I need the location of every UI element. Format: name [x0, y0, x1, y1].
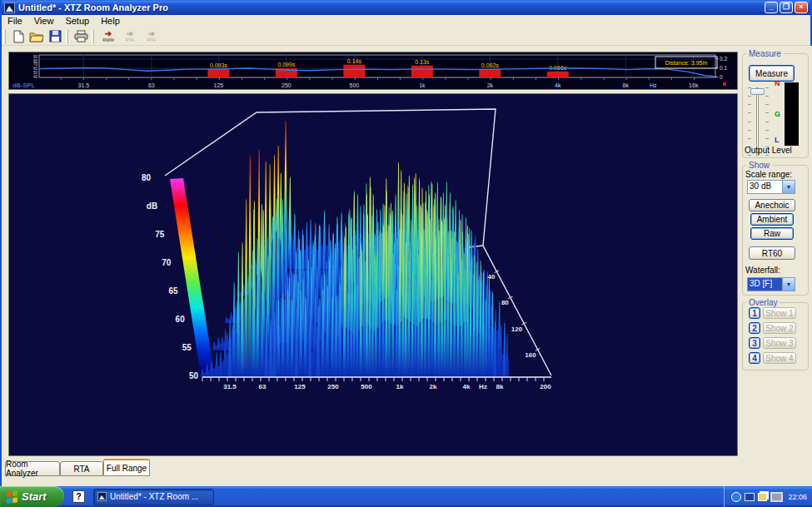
scale-range-label: Scale range: — [745, 170, 792, 179]
waterfall-plot-panel: 80dB75706560555031.5631252505001k2k4kHz8… — [8, 93, 738, 456]
waterfall-3d-chart: 80dB75706560555031.5631252505001k2k4kHz8… — [9, 94, 737, 455]
display-tray-icon[interactable] — [770, 492, 783, 502]
svg-text:1k: 1k — [419, 82, 426, 88]
toolbar-grip — [3, 29, 6, 44]
svg-text:16k: 16k — [689, 82, 699, 88]
overlay-1-button[interactable]: 1 — [749, 307, 760, 319]
measure-button[interactable]: Measure — [749, 65, 795, 82]
overlay-2-button[interactable]: 2 — [749, 322, 760, 334]
tab-rta[interactable]: RTA — [60, 461, 103, 476]
svg-text:Distance: 3.95m: Distance: 3.95m — [665, 60, 708, 66]
waterfall-value: 3D [F] — [748, 278, 782, 291]
svg-text:125: 125 — [294, 383, 306, 390]
svg-text:0.099s: 0.099s — [277, 62, 296, 67]
network-tray-icon[interactable] — [731, 492, 741, 502]
measure-rta2-button[interactable]: ➔ RTA — [141, 28, 162, 45]
svg-text:31.5: 31.5 — [78, 82, 90, 88]
new-document-button[interactable] — [9, 28, 27, 45]
svg-text:0.092s: 0.092s — [481, 62, 500, 68]
new-document-icon — [12, 30, 25, 43]
menu-help[interactable]: Help — [95, 15, 126, 27]
waterfall-label: Waterfall: — [745, 266, 780, 275]
right-control-panel: Measure Measure N G L Output Level Show … — [740, 46, 812, 486]
system-tray: 22:06 — [724, 486, 812, 507]
menu-setup[interactable]: Setup — [59, 15, 95, 27]
meter-label-l: L — [775, 136, 780, 144]
overlay-3-button[interactable]: 3 — [749, 337, 760, 349]
menu-bar: File View Setup Help — [2, 15, 810, 27]
menu-file[interactable]: File — [2, 15, 28, 27]
scale-range-value: 30 dB — [748, 181, 782, 193]
svg-text:40: 40 — [487, 273, 495, 281]
svg-text:Hz: Hz — [479, 383, 487, 390]
svg-text:4k: 4k — [555, 82, 561, 88]
print-icon — [74, 30, 88, 42]
svg-text:75: 75 — [155, 230, 165, 239]
svg-text:63: 63 — [148, 82, 155, 88]
close-button[interactable]: × — [795, 2, 808, 13]
svg-text:70: 70 — [162, 258, 172, 267]
svg-text:80: 80 — [142, 173, 152, 182]
measure-room-button[interactable]: ➔ RWM — [97, 28, 119, 45]
svg-text:250: 250 — [281, 82, 291, 88]
app-icon — [97, 492, 107, 501]
svg-text:80: 80 — [501, 299, 509, 306]
svg-text:40: 40 — [33, 75, 38, 79]
svg-text:dB: dB — [147, 201, 157, 211]
svg-text:dB-SPL: dB-SPL — [12, 82, 36, 89]
rt60-strip-panel: 0.093s0.099s0.14s0.13s0.092s0.066s908070… — [8, 52, 738, 90]
overlay-4-button[interactable]: 4 — [749, 352, 760, 364]
meter-label-n: N — [775, 79, 780, 87]
svg-text:250: 250 — [327, 383, 339, 390]
toolbar-separator — [66, 29, 68, 44]
svg-text:0.093s: 0.093s — [210, 62, 228, 68]
desktop: Untitled* - XTZ Room Analyzer Pro _ ❐ × … — [0, 0, 812, 507]
save-floppy-icon — [49, 30, 62, 42]
rt60-button[interactable]: RT60 — [749, 246, 795, 260]
waterfall-combobox[interactable]: 3D [F] ▼ — [747, 277, 795, 291]
svg-text:2k: 2k — [487, 82, 494, 88]
svg-text:2k: 2k — [430, 383, 437, 390]
svg-text:50: 50 — [189, 371, 199, 380]
svg-text:1k: 1k — [396, 383, 404, 390]
taskbar-task-button[interactable]: Untitled* - XTZ Room ... — [93, 489, 214, 505]
window-title: Untitled* - XTZ Room Analyzer Pro — [18, 2, 765, 12]
svg-text:125: 125 — [214, 82, 224, 88]
scale-range-combobox[interactable]: 30 dB ▼ — [747, 180, 795, 194]
show-4-button[interactable]: Show 4 — [763, 352, 796, 364]
svg-text:31.5: 31.5 — [223, 383, 237, 390]
svg-text:0: 0 — [720, 74, 723, 80]
tab-room-analyzer[interactable]: Room Analyzer — [5, 461, 60, 476]
show-3-button[interactable]: Show 3 — [763, 337, 796, 349]
app-window: Untitled* - XTZ Room Analyzer Pro _ ❐ × … — [0, 0, 812, 486]
save-button[interactable] — [46, 28, 64, 45]
tab-full-range[interactable]: Full Range — [103, 459, 150, 476]
help-quicklaunch-icon[interactable]: ? — [72, 490, 85, 503]
anechoic-button[interactable]: Anechoic — [749, 199, 795, 211]
menu-view[interactable]: View — [28, 15, 60, 27]
ambient-button[interactable]: Ambient — [750, 213, 794, 226]
windows-flag-icon — [7, 490, 18, 503]
chevron-down-icon[interactable]: ▼ — [782, 278, 795, 291]
show-1-button[interactable]: Show 1 — [763, 307, 796, 319]
svg-text:0.066s: 0.066s — [549, 65, 567, 71]
svg-text:200: 200 — [540, 383, 551, 390]
start-button[interactable]: Start — [0, 486, 64, 507]
chevron-down-icon[interactable]: ▼ — [782, 181, 795, 193]
minimize-button[interactable]: _ — [765, 2, 778, 13]
print-button[interactable] — [72, 28, 90, 45]
monitor-tray-icon[interactable] — [745, 493, 755, 501]
overlay-group-label: Overlay — [746, 298, 780, 307]
show-2-button[interactable]: Show 2 — [763, 322, 796, 334]
output-level-slider-thumb[interactable] — [750, 88, 765, 95]
svg-text:Hz: Hz — [650, 82, 657, 88]
measure-rta-button[interactable]: ➔ RTA — [119, 28, 141, 45]
app-icon — [4, 2, 15, 13]
open-file-button[interactable] — [27, 28, 46, 45]
layers-tray-icon[interactable] — [758, 493, 767, 501]
restore-button[interactable]: ❐ — [780, 2, 793, 13]
svg-text:0.1: 0.1 — [720, 65, 727, 71]
svg-text:63: 63 — [259, 383, 267, 390]
svg-text:60: 60 — [176, 315, 186, 324]
raw-button[interactable]: Raw — [750, 227, 794, 240]
